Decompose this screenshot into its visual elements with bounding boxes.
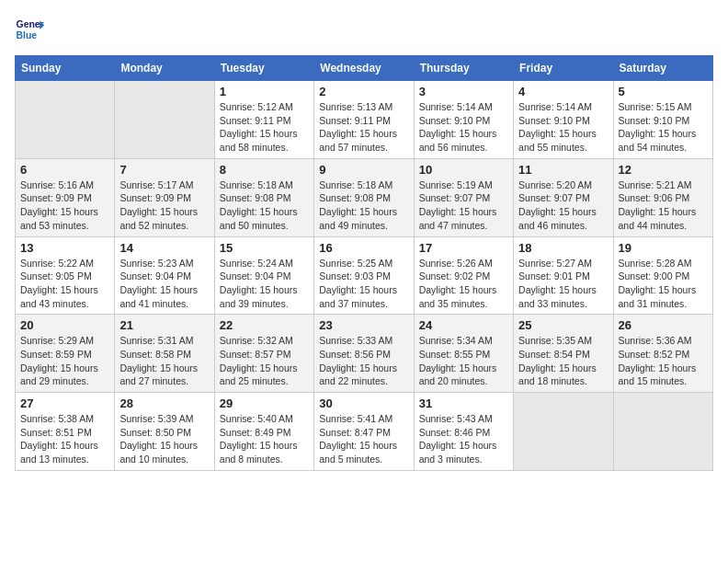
calendar-cell: 8 Sunrise: 5:18 AMSunset: 9:08 PMDayligh…	[214, 158, 313, 236]
calendar-cell: 11 Sunrise: 5:20 AMSunset: 9:07 PMDaylig…	[514, 158, 613, 236]
day-info: Sunrise: 5:31 AMSunset: 8:58 PMDaylight:…	[119, 335, 198, 386]
calendar-cell: 13 Sunrise: 5:22 AMSunset: 9:05 PMDaylig…	[16, 236, 115, 315]
day-info: Sunrise: 5:25 AMSunset: 9:03 PMDaylight:…	[319, 258, 397, 309]
day-number: 18	[518, 241, 608, 255]
calendar-cell: 18 Sunrise: 5:27 AMSunset: 9:01 PMDaylig…	[514, 236, 613, 315]
day-number: 17	[419, 241, 508, 255]
calendar-cell: 30 Sunrise: 5:41 AMSunset: 8:47 PMDaylig…	[314, 393, 414, 471]
day-number: 22	[220, 318, 309, 332]
calendar-table: SundayMondayTuesdayWednesdayThursdayFrid…	[15, 55, 713, 471]
day-number: 29	[220, 396, 309, 410]
day-info: Sunrise: 5:14 AMSunset: 9:10 PMDaylight:…	[518, 101, 597, 153]
day-number: 12	[619, 163, 708, 177]
day-number: 5	[619, 85, 708, 98]
day-header-monday: Monday	[115, 56, 214, 81]
calendar-week-row: 1 Sunrise: 5:12 AMSunset: 9:11 PMDayligh…	[16, 81, 713, 159]
day-number: 26	[619, 318, 708, 332]
calendar-cell: 15 Sunrise: 5:24 AMSunset: 9:04 PMDaylig…	[214, 236, 313, 315]
calendar-cell: 28 Sunrise: 5:39 AMSunset: 8:50 PMDaylig…	[115, 393, 214, 471]
calendar-cell	[514, 393, 613, 471]
calendar-cell: 26 Sunrise: 5:36 AMSunset: 8:52 PMDaylig…	[613, 315, 712, 393]
day-info: Sunrise: 5:20 AMSunset: 9:07 PMDaylight:…	[518, 179, 597, 231]
calendar-cell: 21 Sunrise: 5:31 AMSunset: 8:58 PMDaylig…	[115, 315, 214, 393]
day-info: Sunrise: 5:33 AMSunset: 8:56 PMDaylight:…	[319, 335, 397, 386]
day-info: Sunrise: 5:21 AMSunset: 9:06 PMDaylight:…	[619, 179, 697, 231]
calendar-cell: 23 Sunrise: 5:33 AMSunset: 8:56 PMDaylig…	[314, 315, 414, 393]
calendar-header-row: SundayMondayTuesdayWednesdayThursdayFrid…	[16, 56, 713, 81]
calendar-cell: 2 Sunrise: 5:13 AMSunset: 9:11 PMDayligh…	[314, 81, 414, 159]
day-info: Sunrise: 5:38 AMSunset: 8:51 PMDaylight:…	[20, 413, 98, 465]
day-number: 31	[419, 396, 508, 410]
calendar-cell: 16 Sunrise: 5:25 AMSunset: 9:03 PMDaylig…	[314, 236, 414, 315]
day-number: 1	[220, 85, 309, 98]
day-number: 9	[319, 163, 408, 177]
calendar-cell: 25 Sunrise: 5:35 AMSunset: 8:54 PMDaylig…	[514, 315, 613, 393]
calendar-cell: 4 Sunrise: 5:14 AMSunset: 9:10 PMDayligh…	[514, 81, 613, 159]
day-info: Sunrise: 5:12 AMSunset: 9:11 PMDaylight:…	[220, 101, 298, 153]
day-number: 30	[319, 396, 408, 410]
calendar-cell	[613, 393, 712, 471]
day-number: 14	[119, 241, 209, 255]
day-number: 6	[20, 163, 109, 177]
day-number: 3	[419, 85, 508, 98]
day-number: 15	[220, 241, 309, 255]
day-info: Sunrise: 5:23 AMSunset: 9:04 PMDaylight:…	[119, 258, 198, 309]
day-number: 21	[119, 318, 209, 332]
calendar-cell: 5 Sunrise: 5:15 AMSunset: 9:10 PMDayligh…	[613, 81, 712, 159]
calendar-cell: 9 Sunrise: 5:18 AMSunset: 9:08 PMDayligh…	[314, 158, 414, 236]
day-number: 23	[319, 318, 408, 332]
calendar-cell: 20 Sunrise: 5:29 AMSunset: 8:59 PMDaylig…	[16, 315, 115, 393]
calendar-cell	[16, 81, 115, 159]
day-info: Sunrise: 5:22 AMSunset: 9:05 PMDaylight:…	[20, 258, 98, 309]
calendar-cell: 12 Sunrise: 5:21 AMSunset: 9:06 PMDaylig…	[613, 158, 712, 236]
day-info: Sunrise: 5:16 AMSunset: 9:09 PMDaylight:…	[20, 179, 98, 231]
day-number: 10	[419, 163, 508, 177]
calendar-cell: 17 Sunrise: 5:26 AMSunset: 9:02 PMDaylig…	[414, 236, 513, 315]
day-info: Sunrise: 5:18 AMSunset: 9:08 PMDaylight:…	[319, 179, 397, 231]
day-header-saturday: Saturday	[613, 56, 712, 81]
day-info: Sunrise: 5:28 AMSunset: 9:00 PMDaylight:…	[619, 258, 697, 309]
day-number: 4	[518, 85, 608, 98]
calendar-cell: 7 Sunrise: 5:17 AMSunset: 9:09 PMDayligh…	[115, 158, 214, 236]
day-number: 2	[319, 85, 408, 98]
day-header-friday: Friday	[514, 56, 613, 81]
logo-icon: General Blue	[15, 15, 44, 44]
day-info: Sunrise: 5:17 AMSunset: 9:09 PMDaylight:…	[119, 179, 198, 231]
day-info: Sunrise: 5:19 AMSunset: 9:07 PMDaylight:…	[419, 179, 497, 231]
day-info: Sunrise: 5:32 AMSunset: 8:57 PMDaylight:…	[220, 335, 298, 386]
day-header-wednesday: Wednesday	[314, 56, 414, 81]
day-number: 16	[319, 241, 408, 255]
calendar-week-row: 20 Sunrise: 5:29 AMSunset: 8:59 PMDaylig…	[16, 315, 713, 393]
day-info: Sunrise: 5:27 AMSunset: 9:01 PMDaylight:…	[518, 258, 597, 309]
day-number: 19	[619, 241, 708, 255]
calendar-cell: 24 Sunrise: 5:34 AMSunset: 8:55 PMDaylig…	[414, 315, 513, 393]
svg-text:Blue: Blue	[17, 30, 38, 40]
day-info: Sunrise: 5:14 AMSunset: 9:10 PMDaylight:…	[419, 101, 497, 153]
day-number: 11	[518, 163, 608, 177]
page-header: General Blue	[15, 15, 713, 44]
day-info: Sunrise: 5:39 AMSunset: 8:50 PMDaylight:…	[119, 413, 198, 465]
calendar-week-row: 6 Sunrise: 5:16 AMSunset: 9:09 PMDayligh…	[16, 158, 713, 236]
calendar-cell: 27 Sunrise: 5:38 AMSunset: 8:51 PMDaylig…	[16, 393, 115, 471]
day-info: Sunrise: 5:29 AMSunset: 8:59 PMDaylight:…	[20, 335, 98, 386]
calendar-week-row: 13 Sunrise: 5:22 AMSunset: 9:05 PMDaylig…	[16, 236, 713, 315]
day-info: Sunrise: 5:34 AMSunset: 8:55 PMDaylight:…	[419, 335, 497, 386]
logo: General Blue	[15, 15, 44, 44]
calendar-cell: 10 Sunrise: 5:19 AMSunset: 9:07 PMDaylig…	[414, 158, 513, 236]
day-number: 28	[119, 396, 209, 410]
day-info: Sunrise: 5:24 AMSunset: 9:04 PMDaylight:…	[220, 258, 298, 309]
day-number: 7	[119, 163, 209, 177]
calendar-cell: 6 Sunrise: 5:16 AMSunset: 9:09 PMDayligh…	[16, 158, 115, 236]
calendar-cell: 3 Sunrise: 5:14 AMSunset: 9:10 PMDayligh…	[414, 81, 513, 159]
day-number: 27	[20, 396, 109, 410]
day-number: 13	[20, 241, 109, 255]
calendar-week-row: 27 Sunrise: 5:38 AMSunset: 8:51 PMDaylig…	[16, 393, 713, 471]
day-info: Sunrise: 5:13 AMSunset: 9:11 PMDaylight:…	[319, 101, 397, 153]
day-header-sunday: Sunday	[16, 56, 115, 81]
calendar-cell: 29 Sunrise: 5:40 AMSunset: 8:49 PMDaylig…	[214, 393, 313, 471]
day-info: Sunrise: 5:18 AMSunset: 9:08 PMDaylight:…	[220, 179, 298, 231]
day-info: Sunrise: 5:40 AMSunset: 8:49 PMDaylight:…	[220, 413, 298, 465]
calendar-cell: 14 Sunrise: 5:23 AMSunset: 9:04 PMDaylig…	[115, 236, 214, 315]
day-header-tuesday: Tuesday	[214, 56, 313, 81]
calendar-cell: 19 Sunrise: 5:28 AMSunset: 9:00 PMDaylig…	[613, 236, 712, 315]
